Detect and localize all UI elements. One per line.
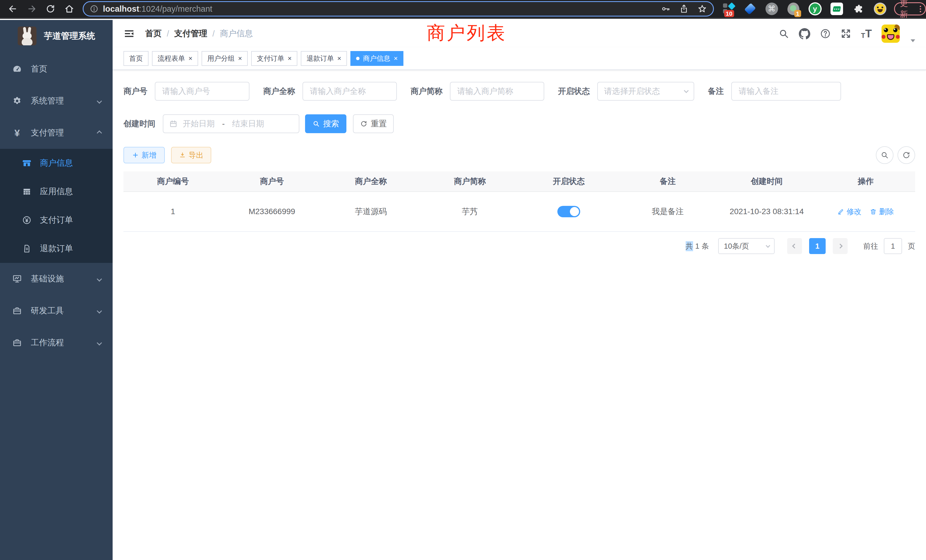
github-icon[interactable] (799, 28, 810, 39)
info-icon[interactable] (90, 5, 98, 13)
fullscreen-icon[interactable] (840, 28, 851, 39)
sidebar-item-pay-order[interactable]: 支付订单 (0, 206, 113, 235)
close-icon[interactable]: × (394, 55, 398, 62)
tab-label: 商户信息 (363, 54, 390, 63)
end-date-placeholder: 结束日期 (232, 118, 264, 129)
refresh-button[interactable] (897, 146, 915, 164)
merchant-no-label: 商户号 (123, 86, 147, 97)
close-icon[interactable]: × (188, 55, 192, 62)
close-icon[interactable]: × (337, 55, 341, 62)
prev-page-button[interactable] (787, 238, 802, 254)
chevron-up-icon (97, 130, 102, 135)
col-header: 商户全称 (321, 171, 420, 191)
col-header: 商户编号 (123, 171, 222, 191)
status-toggle[interactable] (557, 206, 580, 217)
extension-command-icon[interactable]: ⌘ (765, 2, 778, 15)
browser-chrome: localhost:1024/pay/merchant 10 ⌘ 1 y (0, 0, 926, 19)
shop-icon (22, 158, 32, 168)
user-avatar[interactable] (882, 24, 900, 43)
sidebar-logo[interactable]: 芋道管理系统 (0, 20, 113, 52)
export-button-label: 导出 (189, 150, 204, 160)
sidebar-item-refund-order[interactable]: 退款订单 (0, 235, 113, 263)
merchant-table: 商户编号 商户号 商户全称 商户简称 开启状态 备注 创建时间 操作 1 M23… (123, 171, 915, 232)
url-bar[interactable]: localhost:1024/pay/merchant (83, 1, 714, 17)
cell-short-name: 芋艿 (420, 192, 519, 231)
annotation-title: 商户列表 (427, 21, 507, 45)
merchant-no-input[interactable] (155, 82, 250, 101)
extension-kite-icon[interactable] (743, 2, 757, 15)
extension-chat-icon[interactable] (830, 2, 843, 15)
close-icon[interactable]: × (238, 55, 242, 62)
extensions-puzzle-icon[interactable] (852, 2, 865, 15)
help-icon[interactable] (820, 28, 831, 39)
bookmark-star-icon[interactable] (698, 4, 707, 14)
search-button[interactable]: 搜索 (305, 114, 346, 133)
sidebar-item-home[interactable]: 首页 (0, 53, 113, 85)
tab-merchant-info[interactable]: 商户信息× (350, 51, 403, 66)
tab-user-group[interactable]: 用户分组× (201, 51, 248, 66)
sidebar-item-system[interactable]: 系统管理 (0, 85, 113, 117)
browser-update-button[interactable]: 更新 (894, 2, 926, 15)
sidebar-item-label: 应用信息 (40, 186, 73, 197)
edit-link[interactable]: 修改 (837, 207, 861, 217)
sidebar-collapse-icon[interactable] (123, 28, 135, 39)
status-select[interactable]: 请选择开启状态 (597, 82, 694, 101)
extension-diamond-icon[interactable]: 10 (722, 2, 735, 15)
chevron-down-icon (97, 308, 102, 313)
extension-recorder-icon[interactable]: 1 (787, 2, 800, 15)
export-button[interactable]: 导出 (171, 147, 211, 163)
reload-icon[interactable] (45, 4, 55, 14)
tab-home[interactable]: 首页 (123, 51, 148, 66)
add-button[interactable]: 新增 (123, 147, 165, 163)
browser-nav (0, 4, 74, 14)
font-size-icon[interactable]: TT (861, 28, 872, 39)
tab-refund-order[interactable]: 退款订单× (301, 51, 347, 66)
active-dot (356, 57, 360, 60)
col-header: 创建时间 (717, 171, 816, 191)
key-icon[interactable] (661, 4, 670, 14)
toggle-search-button[interactable] (876, 146, 894, 164)
tab-label: 退款订单 (307, 54, 334, 63)
sidebar-item-label: 工作流程 (31, 337, 64, 348)
remark-input[interactable] (731, 82, 841, 101)
sidebar-item-workflow[interactable]: 工作流程 (0, 327, 113, 359)
cell-merchant-no: M233666999 (222, 192, 321, 231)
search-icon[interactable] (778, 28, 789, 39)
home-icon[interactable] (64, 4, 74, 14)
page-unit-label: 页 (908, 241, 915, 251)
delete-link[interactable]: 删除 (870, 207, 894, 217)
profile-emoji-avatar[interactable] (873, 2, 887, 15)
next-page-button[interactable] (833, 238, 847, 254)
avatar-caret-icon[interactable] (911, 39, 915, 42)
breadcrumb-separator: / (167, 29, 169, 38)
date-range-picker[interactable]: 开始日期 - 结束日期 (163, 114, 300, 133)
page-size-select[interactable]: 10条/页 (718, 238, 775, 254)
back-icon[interactable] (8, 4, 18, 14)
sidebar: 芋道管理系统 首页 系统管理 ¥ 支付管理 (0, 20, 113, 560)
sidebar-item-infra[interactable]: 基础设施 (0, 263, 113, 295)
total-suffix: 条 (702, 241, 709, 251)
reset-button[interactable]: 重置 (353, 114, 394, 133)
sidebar-item-dev-tools[interactable]: 研发工具 (0, 295, 113, 327)
extension-y-icon[interactable]: y (808, 2, 822, 15)
chevron-down-icon (97, 276, 102, 282)
page-number-1[interactable]: 1 (809, 238, 826, 254)
close-icon[interactable]: × (287, 55, 292, 62)
short-name-input[interactable] (450, 82, 544, 101)
chevron-right-icon (838, 244, 843, 249)
sidebar-item-merchant-info[interactable]: 商户信息 (0, 149, 113, 177)
full-name-input[interactable] (303, 82, 397, 101)
sidebar-item-pay[interactable]: ¥ 支付管理 (0, 117, 113, 149)
tab-pay-order[interactable]: 支付订单× (251, 51, 297, 66)
forward-icon[interactable] (27, 4, 36, 14)
breadcrumb-home[interactable]: 首页 (145, 28, 162, 39)
goto-page-input[interactable] (884, 238, 902, 254)
reset-button-label: 重置 (371, 118, 387, 129)
share-icon[interactable] (679, 4, 688, 14)
monitor-icon (11, 274, 23, 284)
browser-menu-icon[interactable] (920, 6, 921, 12)
breadcrumb-pay[interactable]: 支付管理 (174, 28, 207, 39)
sidebar-item-app-info[interactable]: 应用信息 (0, 177, 113, 206)
tab-flow-form[interactable]: 流程表单× (152, 51, 198, 66)
breadcrumb: 首页 / 支付管理 / 商户信息 (145, 28, 253, 39)
